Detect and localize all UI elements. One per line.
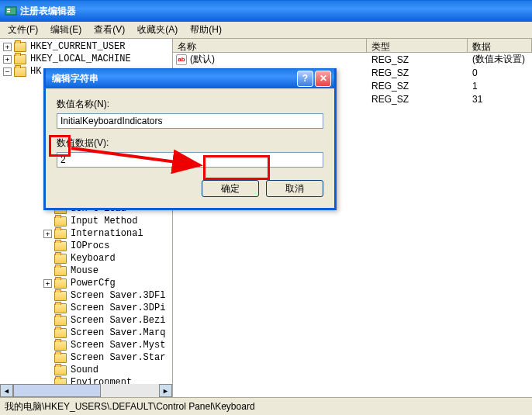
tree-item[interactable]: International (69, 228, 145, 239)
expand-icon[interactable]: + (3, 55, 12, 64)
tree-item[interactable]: Keyboard (69, 253, 117, 264)
tree-item[interactable]: Screen Saver.3DFl (69, 290, 167, 301)
data-input[interactable] (57, 152, 323, 168)
value-type: REG_SZ (367, 67, 468, 78)
tree-item[interactable]: Mouse (69, 265, 100, 276)
edit-string-dialog: 编辑字符串 ? ✕ 数值名称(N): 数值数据(V): 确定 取消 (43, 68, 337, 210)
folder-icon (54, 353, 67, 363)
menu-fav[interactable]: 收藏夹(A) (133, 22, 182, 38)
cancel-button[interactable]: 取消 (266, 180, 323, 197)
tree-item[interactable]: IOProcs (69, 240, 111, 251)
menu-bar: 文件(F) 编辑(E) 查看(V) 收藏夹(A) 帮助(H) (0, 22, 532, 39)
scroll-thumb[interactable] (13, 384, 101, 397)
svg-rect-1 (7, 9, 10, 10)
value-data: 0 (468, 67, 532, 78)
col-name[interactable]: 名称 (173, 39, 367, 52)
folder-icon (14, 42, 26, 52)
folder-icon (54, 254, 67, 264)
list-row[interactable]: ab(默认) REG_SZ (数值未设置) (173, 53, 532, 66)
name-label: 数值名称(N): (57, 98, 323, 111)
value-name: (默认) (190, 53, 215, 66)
tree-item[interactable]: Screen Saver.3DPi (69, 303, 167, 313)
expand-icon[interactable]: + (43, 230, 52, 238)
tree-item[interactable]: Input Method (69, 216, 139, 227)
name-input[interactable] (57, 113, 323, 129)
value-data: 31 (468, 94, 532, 105)
folder-icon (54, 266, 67, 276)
status-bar: 我的电脑\HKEY_USERS\.DEFAULT\Control Panel\K… (0, 397, 532, 414)
value-type: REG_SZ (367, 81, 468, 92)
window-title: 注册表编辑器 (20, 5, 76, 18)
menu-help[interactable]: 帮助(H) (185, 22, 226, 38)
folder-icon (54, 341, 67, 351)
list-header: 名称 类型 数据 (173, 39, 532, 53)
folder-icon (54, 365, 67, 375)
string-value-icon: ab (176, 54, 187, 65)
data-label: 数值数据(V): (57, 137, 323, 150)
folder-icon (54, 303, 67, 313)
folder-icon (54, 216, 67, 227)
tree-item[interactable]: HKEY_LOCAL_MACHINE (29, 54, 133, 64)
menu-file[interactable]: 文件(F) (3, 22, 43, 38)
folder-icon (14, 67, 26, 77)
tree-h-scrollbar[interactable]: ◄ ► (0, 384, 172, 397)
ok-button[interactable]: 确定 (202, 180, 259, 197)
expand-icon[interactable]: − (3, 67, 12, 76)
folder-icon (54, 278, 67, 289)
folder-icon (14, 54, 26, 64)
value-type: REG_SZ (367, 54, 468, 65)
value-data: (数值未设置) (468, 53, 532, 66)
expand-icon[interactable]: + (43, 279, 52, 288)
folder-icon (54, 291, 67, 301)
expand-icon[interactable]: + (3, 43, 12, 51)
scroll-right-icon[interactable]: ► (159, 384, 172, 397)
menu-edit[interactable]: 编辑(E) (46, 22, 86, 38)
tree-item[interactable]: HKEY_CURRENT_USER (29, 41, 126, 52)
tree-item[interactable]: Screen Saver.Star (69, 352, 167, 363)
status-path: 我的电脑\HKEY_USERS\.DEFAULT\Control Panel\K… (5, 401, 255, 412)
menu-view[interactable]: 查看(V) (89, 22, 130, 38)
dialog-title: 编辑字符串 (52, 72, 98, 85)
main-title-bar: 注册表编辑器 (0, 0, 532, 22)
value-data: 1 (468, 81, 532, 92)
tree-item[interactable]: Screen Saver.Bezi (69, 315, 167, 326)
regedit-icon (5, 5, 17, 17)
folder-icon (54, 229, 67, 239)
scroll-left-icon[interactable]: ◄ (0, 384, 13, 397)
help-button[interactable]: ? (297, 71, 313, 87)
col-type[interactable]: 类型 (367, 39, 468, 52)
tree-item[interactable]: Sound (69, 365, 100, 375)
tree-item[interactable]: HK (29, 66, 43, 77)
svg-rect-2 (7, 11, 10, 12)
folder-icon (54, 241, 67, 251)
tree-item[interactable]: Screen Saver.Myst (69, 340, 167, 351)
close-button[interactable]: ✕ (315, 71, 331, 87)
col-data[interactable]: 数据 (468, 39, 532, 52)
folder-icon (54, 328, 67, 338)
value-type: REG_SZ (367, 94, 468, 105)
tree-item[interactable]: PowerCfg (69, 278, 117, 289)
dialog-title-bar[interactable]: 编辑字符串 ? ✕ (46, 68, 334, 88)
folder-icon (54, 316, 67, 326)
tree-item[interactable]: Screen Saver.Marq (69, 327, 167, 338)
